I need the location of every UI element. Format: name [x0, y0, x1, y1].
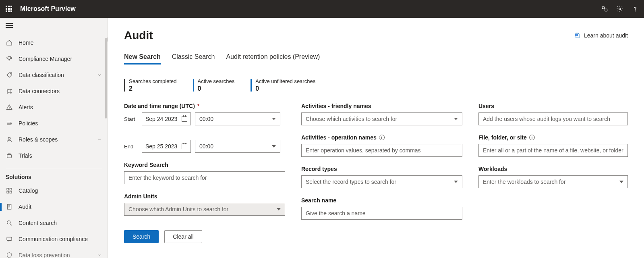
sidebar-item-label: Catalog — [19, 187, 38, 194]
trophy-icon — [6, 55, 13, 62]
sidebar-item-dataclass[interactable]: Data classification — [0, 67, 108, 83]
sidebar-item-trials[interactable]: Trials — [0, 148, 108, 164]
tab-audit-retention[interactable]: Audit retention policies (Preview) — [226, 53, 320, 64]
svg-rect-12 — [7, 188, 9, 190]
field-label: Keyword Search — [124, 162, 285, 168]
field-record-types: Record types Select the record types to … — [301, 166, 462, 188]
sidebar-item-catalog[interactable]: Catalog — [0, 183, 108, 199]
field-keyword: Keyword Search — [124, 162, 285, 184]
sidebar-item-label: Roles & scopes — [19, 136, 58, 143]
svg-point-17 — [7, 221, 10, 224]
sidebar-item-home[interactable]: Home — [0, 35, 108, 51]
field-admin-units: Admin Units Choose which Admin Units to … — [124, 193, 285, 216]
catalog-icon — [6, 187, 13, 194]
sidebar-item-commcompliance[interactable]: Communication compliance — [0, 231, 108, 247]
sidebar-item-compliance[interactable]: Compliance Manager — [0, 51, 108, 67]
sidebar-item-dlp[interactable]: Data loss prevention — [0, 247, 108, 258]
connector-icon — [6, 87, 13, 95]
stat-searches-completed: Searches completed 2 — [124, 78, 177, 92]
workloads-placeholder: Enter the workloads to search for — [483, 179, 565, 185]
home-icon — [6, 39, 13, 46]
stats-row: Searches completed 2 Active searches 0 A… — [124, 78, 628, 92]
sidebar-item-label: Alerts — [19, 104, 33, 110]
sidebar-item-audit[interactable]: Audit — [0, 199, 108, 215]
start-date-input[interactable]: Sep 24 2023 — [142, 112, 191, 125]
svg-point-0 — [602, 6, 605, 9]
header-right — [601, 5, 639, 13]
info-icon[interactable]: i — [379, 135, 385, 140]
search-name-input[interactable] — [301, 207, 462, 220]
sidebar-item-label: Data connectors — [19, 88, 60, 94]
clear-all-button[interactable]: Clear all — [164, 230, 202, 243]
tag-icon — [6, 71, 13, 79]
learn-link-label: Learn about audit — [584, 32, 628, 39]
workloads-select[interactable]: Enter the workloads to search for — [478, 175, 628, 188]
admin-units-select[interactable]: Choose which Admin Units to search for — [124, 203, 285, 216]
activities-friendly-select[interactable]: Choose which activities to search for — [301, 112, 462, 125]
chevron-down-icon — [97, 137, 102, 142]
stat-label: Active unfiltered searches — [255, 78, 315, 84]
tab-new-search[interactable]: New Search — [124, 53, 161, 64]
svg-rect-14 — [7, 191, 9, 193]
sidebar-item-label: Data classification — [19, 72, 64, 78]
stat-active-searches: Active searches 0 — [193, 78, 235, 92]
start-date-value: Sep 24 2023 — [145, 116, 177, 122]
search-icon — [6, 219, 13, 227]
stat-active-unfiltered: Active unfiltered searches 0 — [251, 78, 315, 92]
keyword-input[interactable] — [124, 171, 285, 184]
stat-value: 2 — [129, 85, 177, 92]
svg-rect-15 — [10, 191, 12, 193]
info-icon[interactable]: i — [529, 135, 535, 140]
end-time-input[interactable]: 00:00 — [195, 140, 280, 153]
sidebar-item-contentsearch[interactable]: Content search — [0, 215, 108, 231]
field-label: Users — [478, 103, 628, 109]
main-content: Audit Learn about audit New Search Class… — [108, 18, 644, 258]
field-activities-friendly: Activities - friendly names Choose which… — [301, 103, 462, 125]
users-input[interactable] — [478, 112, 628, 125]
audit-icon — [6, 203, 13, 210]
search-button[interactable]: Search — [124, 230, 159, 243]
sidebar-item-label: Policies — [19, 120, 38, 127]
stat-label: Active searches — [198, 78, 235, 84]
learn-about-link[interactable]: Learn about audit — [574, 32, 628, 39]
tab-label: Audit retention policies (Preview) — [226, 53, 320, 60]
button-label: Clear all — [173, 233, 193, 240]
svg-point-9 — [10, 123, 12, 124]
sidebar-item-policies[interactable]: Policies — [0, 115, 108, 131]
settings-icon[interactable] — [616, 5, 624, 13]
end-label: End — [124, 144, 138, 150]
end-date-value: Sep 25 2023 — [145, 143, 177, 150]
sidebar-section-header: Solutions — [0, 171, 108, 183]
global-header: Microsoft Purview — [0, 0, 644, 18]
field-workloads: Workloads Enter the workloads to search … — [478, 166, 628, 188]
sidebar-toggle[interactable] — [0, 18, 108, 33]
sidebar-item-connectors[interactable]: Data connectors — [0, 83, 108, 99]
tabs: New Search Classic Search Audit retentio… — [124, 53, 628, 64]
policy-icon — [6, 120, 13, 127]
field-label: Activities - friendly names — [301, 103, 462, 109]
field-label: Activities - operation names — [301, 134, 377, 141]
end-date-input[interactable]: Sep 25 2023 — [142, 140, 191, 153]
start-time-value: 00:00 — [199, 116, 213, 122]
sidebar: Home Compliance Manager Data classificat… — [0, 18, 108, 258]
start-time-input[interactable]: 00:00 — [195, 112, 280, 125]
record-types-select[interactable]: Select the record types to search for — [301, 175, 462, 188]
svg-rect-18 — [7, 237, 12, 240]
app-launcher-icon[interactable] — [5, 5, 13, 13]
file-input[interactable] — [478, 144, 628, 157]
field-label: Record types — [301, 166, 462, 172]
sidebar-item-alerts[interactable]: Alerts — [0, 99, 108, 115]
notifications-icon[interactable] — [601, 5, 609, 13]
stat-value: 0 — [255, 85, 315, 92]
svg-point-3 — [635, 11, 635, 11]
sidebar-item-roles[interactable]: Roles & scopes — [0, 131, 108, 148]
chevron-down-icon — [272, 118, 276, 120]
activities-op-input[interactable] — [301, 144, 462, 157]
roles-icon — [6, 136, 13, 143]
tab-classic-search[interactable]: Classic Search — [172, 53, 215, 64]
brand-title: Microsoft Purview — [20, 5, 76, 12]
help-icon[interactable] — [631, 5, 639, 13]
chevron-down-icon — [97, 73, 102, 77]
svg-point-4 — [10, 73, 11, 74]
alert-icon — [6, 104, 13, 111]
